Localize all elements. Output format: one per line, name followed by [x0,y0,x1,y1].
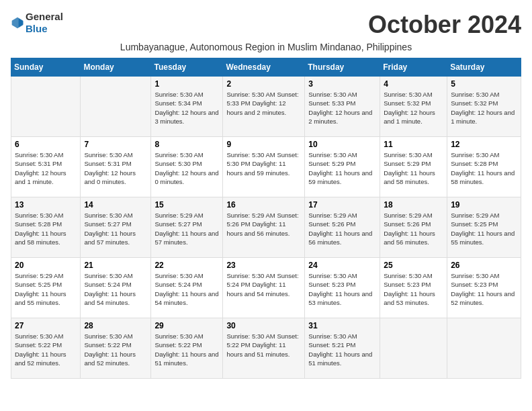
calendar-cell: 9Sunrise: 5:30 AM Sunset: 5:30 PM Daylig… [223,137,305,197]
calendar-cell: 20Sunrise: 5:29 AM Sunset: 5:25 PM Dayli… [11,258,81,318]
day-number: 3 [308,79,376,89]
calendar-cell: 28Sunrise: 5:30 AM Sunset: 5:22 PM Dayli… [81,318,151,379]
weekday-header-sunday: Sunday [11,58,81,77]
day-number: 19 [451,200,517,210]
day-info: Sunrise: 5:30 AM Sunset: 5:31 PM Dayligh… [15,150,77,186]
day-info: Sunrise: 5:30 AM Sunset: 5:23 PM Dayligh… [384,271,443,307]
weekday-header-tuesday: Tuesday [151,58,223,77]
day-number: 11 [384,140,443,149]
calendar-cell: 7Sunrise: 5:30 AM Sunset: 5:31 PM Daylig… [81,137,151,197]
day-number: 25 [384,261,443,270]
day-info: Sunrise: 5:29 AM Sunset: 5:26 PM Dayligh… [384,211,443,246]
calendar-cell: 16Sunrise: 5:29 AM Sunset: 5:26 PM Dayli… [223,197,305,258]
calendar-cell: 12Sunrise: 5:30 AM Sunset: 5:28 PM Dayli… [447,137,521,197]
calendar-cell: 24Sunrise: 5:30 AM Sunset: 5:23 PM Dayli… [305,258,380,318]
calendar-cell: 30Sunrise: 5:30 AM Sunset: 5:22 PM Dayli… [223,318,305,379]
calendar-cell: 8Sunrise: 5:30 AM Sunset: 5:30 PM Daylig… [151,137,223,197]
calendar-cell [81,77,151,137]
day-info: Sunrise: 5:29 AM Sunset: 5:27 PM Dayligh… [154,211,219,246]
day-info: Sunrise: 5:30 AM Sunset: 5:24 PM Dayligh… [226,271,301,298]
calendar-cell: 18Sunrise: 5:29 AM Sunset: 5:26 PM Dayli… [380,197,447,258]
calendar-week-row: 27Sunrise: 5:30 AM Sunset: 5:22 PM Dayli… [11,318,521,379]
day-info: Sunrise: 5:30 AM Sunset: 5:22 PM Dayligh… [226,332,301,359]
day-number: 27 [15,321,77,330]
day-number: 13 [15,200,77,210]
day-info: Sunrise: 5:30 AM Sunset: 5:31 PM Dayligh… [84,150,147,186]
day-number: 2 [226,79,301,89]
weekday-header-friday: Friday [380,58,447,77]
day-number: 14 [84,200,147,210]
calendar-cell: 22Sunrise: 5:30 AM Sunset: 5:24 PM Dayli… [151,258,223,318]
logo-blue: Blue [26,23,48,34]
calendar-cell: 15Sunrise: 5:29 AM Sunset: 5:27 PM Dayli… [151,197,223,258]
calendar-cell: 11Sunrise: 5:30 AM Sunset: 5:29 PM Dayli… [380,137,447,197]
weekday-header-wednesday: Wednesday [223,58,305,77]
day-number: 9 [226,140,301,149]
day-info: Sunrise: 5:30 AM Sunset: 5:32 PM Dayligh… [451,90,517,126]
day-number: 5 [451,79,517,89]
day-info: Sunrise: 5:30 AM Sunset: 5:29 PM Dayligh… [384,150,443,186]
calendar-week-row: 20Sunrise: 5:29 AM Sunset: 5:25 PM Dayli… [11,258,521,318]
day-number: 29 [154,321,219,330]
day-info: Sunrise: 5:30 AM Sunset: 5:32 PM Dayligh… [384,90,443,126]
calendar-cell: 14Sunrise: 5:30 AM Sunset: 5:27 PM Dayli… [81,197,151,258]
calendar-cell: 13Sunrise: 5:30 AM Sunset: 5:28 PM Dayli… [11,197,81,258]
calendar-cell: 10Sunrise: 5:30 AM Sunset: 5:29 PM Dayli… [305,137,380,197]
day-info: Sunrise: 5:30 AM Sunset: 5:27 PM Dayligh… [84,211,147,246]
calendar-cell: 26Sunrise: 5:30 AM Sunset: 5:23 PM Dayli… [447,258,521,318]
logo-general: General [26,11,63,22]
day-number: 20 [15,261,77,270]
day-number: 7 [84,140,147,149]
day-number: 8 [154,140,219,149]
day-number: 4 [384,79,443,89]
day-number: 21 [84,261,147,270]
day-number: 17 [308,200,376,210]
calendar-cell: 19Sunrise: 5:29 AM Sunset: 5:25 PM Dayli… [447,197,521,258]
day-info: Sunrise: 5:29 AM Sunset: 5:25 PM Dayligh… [451,211,517,246]
day-info: Sunrise: 5:30 AM Sunset: 5:23 PM Dayligh… [308,271,376,307]
calendar-cell: 31Sunrise: 5:30 AM Sunset: 5:21 PM Dayli… [305,318,380,379]
calendar-cell: 25Sunrise: 5:30 AM Sunset: 5:23 PM Dayli… [380,258,447,318]
calendar-table: SundayMondayTuesdayWednesdayThursdayFrid… [11,58,521,379]
calendar-cell: 21Sunrise: 5:30 AM Sunset: 5:24 PM Dayli… [81,258,151,318]
day-info: Sunrise: 5:30 AM Sunset: 5:28 PM Dayligh… [451,150,517,186]
day-info: Sunrise: 5:30 AM Sunset: 5:24 PM Dayligh… [154,271,219,307]
day-info: Sunrise: 5:30 AM Sunset: 5:22 PM Dayligh… [154,332,219,367]
day-info: Sunrise: 5:30 AM Sunset: 5:33 PM Dayligh… [226,90,301,117]
calendar-week-row: 6Sunrise: 5:30 AM Sunset: 5:31 PM Daylig… [11,137,521,197]
weekday-header-saturday: Saturday [447,58,521,77]
weekday-header-thursday: Thursday [305,58,380,77]
day-info: Sunrise: 5:30 AM Sunset: 5:30 PM Dayligh… [154,150,219,186]
day-info: Sunrise: 5:30 AM Sunset: 5:34 PM Dayligh… [154,90,219,126]
day-info: Sunrise: 5:30 AM Sunset: 5:28 PM Dayligh… [15,211,77,246]
subtitle: Lumbayanague, Autonomous Region in Musli… [11,42,521,52]
day-info: Sunrise: 5:30 AM Sunset: 5:30 PM Dayligh… [226,150,301,177]
day-info: Sunrise: 5:30 AM Sunset: 5:23 PM Dayligh… [451,271,517,307]
calendar-cell: 5Sunrise: 5:30 AM Sunset: 5:32 PM Daylig… [447,77,521,137]
day-info: Sunrise: 5:30 AM Sunset: 5:22 PM Dayligh… [15,332,77,367]
calendar-cell: 4Sunrise: 5:30 AM Sunset: 5:32 PM Daylig… [380,77,447,137]
logo: General Blue [11,11,63,35]
day-number: 15 [154,200,219,210]
calendar-cell: 3Sunrise: 5:30 AM Sunset: 5:33 PM Daylig… [305,77,380,137]
day-info: Sunrise: 5:30 AM Sunset: 5:33 PM Dayligh… [308,90,376,126]
calendar-week-row: 1Sunrise: 5:30 AM Sunset: 5:34 PM Daylig… [11,77,521,137]
calendar-cell [380,318,447,379]
day-info: Sunrise: 5:30 AM Sunset: 5:29 PM Dayligh… [308,150,376,186]
calendar-cell: 1Sunrise: 5:30 AM Sunset: 5:34 PM Daylig… [151,77,223,137]
day-number: 18 [384,200,443,210]
day-number: 26 [451,261,517,270]
day-number: 23 [226,261,301,270]
calendar-cell: 29Sunrise: 5:30 AM Sunset: 5:22 PM Dayli… [151,318,223,379]
calendar-cell [447,318,521,379]
day-number: 16 [226,200,301,210]
day-number: 1 [154,79,219,89]
day-info: Sunrise: 5:29 AM Sunset: 5:26 PM Dayligh… [226,211,301,238]
day-info: Sunrise: 5:30 AM Sunset: 5:21 PM Dayligh… [308,332,376,367]
day-number: 6 [15,140,77,149]
day-info: Sunrise: 5:30 AM Sunset: 5:22 PM Dayligh… [84,332,147,367]
calendar-cell: 6Sunrise: 5:30 AM Sunset: 5:31 PM Daylig… [11,137,81,197]
day-number: 24 [308,261,376,270]
calendar-cell: 17Sunrise: 5:29 AM Sunset: 5:26 PM Dayli… [305,197,380,258]
calendar-cell: 2Sunrise: 5:30 AM Sunset: 5:33 PM Daylig… [223,77,305,137]
